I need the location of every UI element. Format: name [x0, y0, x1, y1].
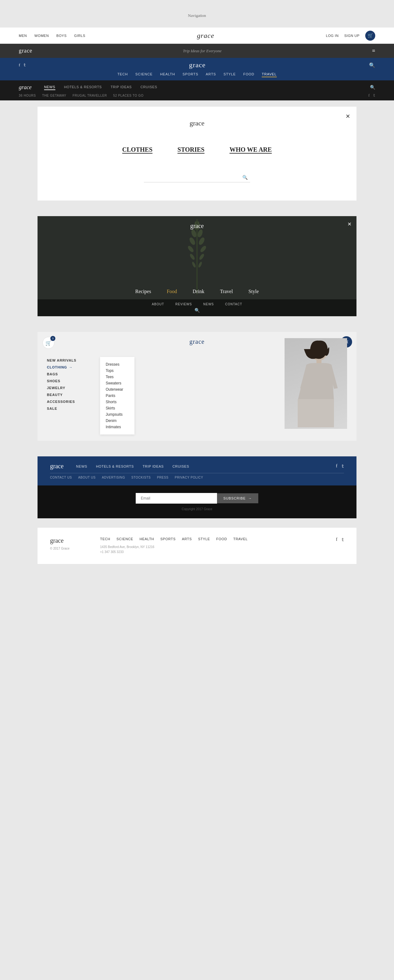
footer-press[interactable]: PRESS: [157, 476, 168, 479]
dark-nav-search-icon[interactable]: 🔍: [370, 85, 375, 90]
footer-tech[interactable]: TECH: [100, 537, 110, 541]
dropdown-pants[interactable]: Pants: [106, 393, 129, 399]
signup-link[interactable]: SIGN UP: [344, 34, 360, 38]
hamburger-icon[interactable]: ≡: [372, 48, 375, 54]
subscribe-button[interactable]: SUBSCRIBE →: [217, 493, 258, 503]
footer-twitter-icon[interactable]: 𝕥: [342, 464, 344, 469]
white-menu-who[interactable]: WHO WE ARE: [230, 146, 272, 153]
search-icon[interactable]: 🔍: [242, 175, 248, 180]
dark-menu-logo[interactable]: grace: [190, 223, 203, 230]
footer-stockists[interactable]: STOCKISTS: [131, 476, 151, 479]
food-style[interactable]: Style: [249, 289, 259, 294]
food-reviews[interactable]: REVIEWS: [175, 302, 192, 306]
dark-nav-frugal[interactable]: FRUGAL TRAVELLER: [73, 94, 107, 97]
login-link[interactable]: LOG IN: [326, 34, 338, 38]
dropdown-sweaters[interactable]: Sweaters: [106, 380, 129, 386]
food-drink[interactable]: Drink: [192, 289, 204, 294]
dark-nav-getaway[interactable]: THE GETAWAY: [42, 94, 66, 97]
sidebar-clothing[interactable]: CLOTHING→: [47, 364, 94, 371]
dropdown-denim[interactable]: Denim: [106, 418, 129, 424]
footer-trip[interactable]: TRIP IDEAS: [143, 465, 164, 468]
blue-nav-health[interactable]: HEALTH: [160, 72, 175, 77]
cart-button[interactable]: 🛒: [365, 31, 375, 41]
food-about[interactable]: ABOUT: [152, 302, 164, 306]
blue-nav-style[interactable]: STYLE: [224, 72, 236, 77]
sidebar-new-arrivals[interactable]: NEW ARRIVALS: [47, 357, 94, 364]
blue-nav-sports[interactable]: SPORTS: [183, 72, 198, 77]
top-nav-logo[interactable]: grace: [85, 32, 326, 40]
dropdown-tees[interactable]: Tees: [106, 374, 129, 380]
white-menu-clothes[interactable]: CLOTHES: [122, 146, 153, 153]
footer-science[interactable]: SCIENCE: [117, 537, 133, 541]
dark-nav-logo[interactable]: grace: [19, 84, 32, 91]
footer-food[interactable]: FOOD: [216, 537, 227, 541]
food-food[interactable]: Food: [167, 289, 177, 294]
food-travel[interactable]: Travel: [220, 289, 233, 294]
dropdown-jumpsuits[interactable]: Jumpsuits: [106, 411, 129, 418]
white-menu-logo[interactable]: grace: [56, 119, 338, 127]
dropdown-tops[interactable]: Tops: [106, 368, 129, 374]
dark-nav-36hours[interactable]: 36 HOURS: [19, 94, 36, 97]
dark-nav-hotels[interactable]: HOTELS & RESORTS: [64, 85, 102, 90]
search-input[interactable]: [144, 172, 250, 182]
blue-footer-logo[interactable]: grace: [50, 463, 64, 470]
sidebar-shoes[interactable]: SHOES: [47, 377, 94, 385]
sidebar-bags[interactable]: BAGS: [47, 371, 94, 377]
email-input[interactable]: [136, 493, 217, 504]
footer-facebook-icon[interactable]: f: [336, 464, 337, 469]
footer-privacy[interactable]: PRIVACY POLICY: [175, 476, 203, 479]
grace-banner-logo[interactable]: grace: [19, 48, 32, 54]
footer-hotels[interactable]: HOTELS & RESORTS: [96, 465, 134, 468]
nav-men[interactable]: MEN: [19, 34, 27, 38]
blue-nav-arts[interactable]: ARTS: [206, 72, 216, 77]
blue-nav-tech[interactable]: TECH: [117, 72, 127, 77]
dropdown-intimates[interactable]: Intimates: [106, 424, 129, 430]
footer-news[interactable]: NEWS: [76, 465, 87, 468]
dark-twitter-icon[interactable]: 𝕥: [373, 93, 375, 98]
blue-nav-search-icon[interactable]: 🔍: [369, 62, 375, 68]
footer-twitter-icon[interactable]: 𝕥: [342, 537, 344, 542]
footer-facebook-icon[interactable]: f: [336, 537, 337, 542]
dark-facebook-icon[interactable]: f: [369, 93, 370, 98]
footer-cruises[interactable]: CRUISES: [172, 465, 189, 468]
footer-travel[interactable]: TRAVEL: [233, 537, 248, 541]
food-search-icon[interactable]: 🔍: [194, 308, 200, 313]
footer-advertising[interactable]: ADVERTISING: [102, 476, 125, 479]
food-recipes[interactable]: Recipes: [135, 289, 151, 294]
dark-nav-cruises[interactable]: CRUISES: [140, 85, 157, 90]
footer-logo[interactable]: grace: [50, 537, 87, 544]
svg-point-7: [200, 245, 207, 253]
food-news[interactable]: NEWS: [203, 302, 214, 306]
dark-nav-52places[interactable]: 52 PLACES TO GO: [113, 94, 143, 97]
footer-contact-us[interactable]: CONTACT US: [50, 476, 72, 479]
footer-style[interactable]: STYLE: [198, 537, 210, 541]
sidebar-sale[interactable]: SALE: [47, 405, 94, 412]
footer-sports[interactable]: SPORTS: [160, 537, 176, 541]
nav-girls[interactable]: GIRLS: [74, 34, 85, 38]
dropdown-skirts[interactable]: Skirts: [106, 405, 129, 411]
footer-arts[interactable]: ARTS: [182, 537, 192, 541]
dark-nav-trip[interactable]: TRIP IDEAS: [111, 85, 132, 90]
sidebar-jewelry[interactable]: JEWELRY: [47, 385, 94, 391]
footer-health[interactable]: HEALTH: [140, 537, 154, 541]
blue-nav-logo[interactable]: grace: [25, 61, 369, 69]
white-menu-close[interactable]: ✕: [346, 113, 350, 120]
blue-nav-travel[interactable]: TRAVEL: [262, 72, 276, 77]
sidebar-accessories[interactable]: ACCESSORIES: [47, 398, 94, 405]
dark-menu-close[interactable]: ✕: [347, 221, 351, 227]
sidebar-beauty[interactable]: BEAUTY: [47, 391, 94, 398]
nav-boys[interactable]: BOYS: [56, 34, 67, 38]
dropdown-shorts[interactable]: Shorts: [106, 399, 129, 405]
facebook-icon[interactable]: f: [19, 62, 20, 68]
dark-nav-news[interactable]: NEWS: [44, 85, 56, 90]
nav-women[interactable]: WOMEN: [34, 34, 49, 38]
blue-nav-science[interactable]: SCIENCE: [135, 72, 153, 77]
food-contact[interactable]: CONTACT: [225, 302, 242, 306]
dropdown-dresses[interactable]: Dresses: [106, 361, 129, 368]
white-menu-stories[interactable]: STORIES: [178, 146, 205, 153]
dropdown-outerwear[interactable]: Outerwear: [106, 386, 129, 393]
blue-nav-food[interactable]: FOOD: [243, 72, 254, 77]
footer-about-us[interactable]: ABOUT US: [78, 476, 96, 479]
ecom-logo[interactable]: grace: [189, 338, 205, 345]
cart-button[interactable]: 🛒 9: [43, 337, 54, 349]
